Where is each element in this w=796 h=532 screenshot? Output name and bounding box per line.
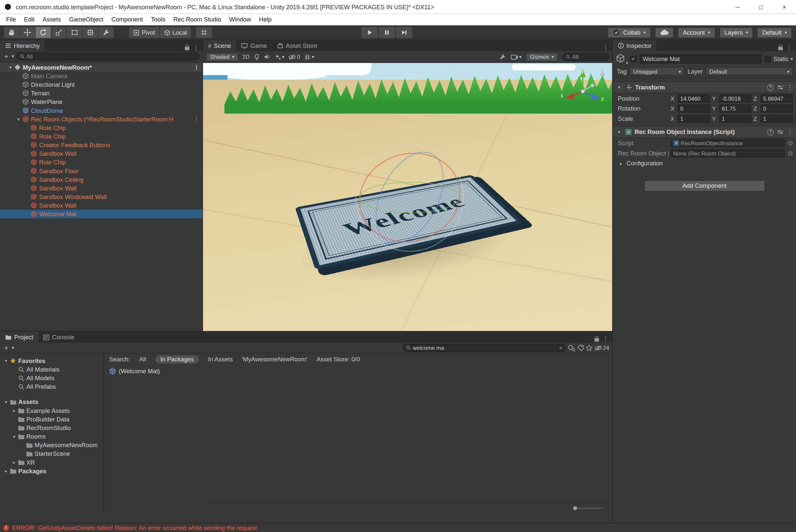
- scene-tools-icon[interactable]: [499, 54, 506, 61]
- project-search-input[interactable]: [413, 345, 557, 351]
- rotation-z-field[interactable]: 0: [761, 104, 793, 113]
- tag-dropdown[interactable]: Untagged▾: [630, 67, 684, 76]
- caret-icon[interactable]: ▾: [11, 434, 17, 439]
- scene-lighting-toggle[interactable]: [253, 54, 259, 60]
- hierarchy-item[interactable]: Sandbox Wall: [0, 184, 203, 192]
- hierarchy-item[interactable]: ▾Rec Room Objects (^RecRoomStudioStarter…: [0, 115, 203, 124]
- chevron-down-icon[interactable]: ▾: [12, 345, 14, 350]
- hierarchy-item[interactable]: Role Chip: [0, 124, 203, 132]
- clear-search-icon[interactable]: ×: [559, 345, 562, 351]
- hierarchy-item[interactable]: Sandbox Floor: [0, 167, 203, 175]
- configuration-foldout[interactable]: ▸ Configuration: [613, 158, 796, 169]
- lock-icon[interactable]: [778, 47, 783, 51]
- foldout-caret-icon[interactable]: ▾: [616, 85, 622, 90]
- menu-edit[interactable]: Edit: [20, 14, 39, 25]
- object-picker-icon[interactable]: ⊙: [788, 150, 793, 157]
- hierarchy-item[interactable]: Main Camera: [0, 72, 203, 80]
- kebab-menu-icon[interactable]: ⋮: [603, 44, 609, 52]
- project-tree-item[interactable]: All Prefabs: [0, 382, 103, 391]
- local-toggle-button[interactable]: Local: [160, 27, 191, 38]
- rotation-gizmo[interactable]: [336, 134, 483, 261]
- search-by-label-icon[interactable]: [577, 345, 584, 351]
- layout-dropdown[interactable]: Default▾: [757, 27, 792, 38]
- lock-icon[interactable]: [594, 338, 599, 342]
- project-tree-item[interactable]: ▸Example Assets: [0, 406, 103, 415]
- collab-button[interactable]: Collab ▾: [608, 27, 651, 38]
- scene-grid-dropdown[interactable]: ▾: [304, 54, 314, 60]
- scene-audio-toggle[interactable]: [264, 54, 270, 60]
- layers-dropdown[interactable]: Layers▾: [719, 27, 753, 38]
- favorites-star-icon[interactable]: [586, 345, 592, 351]
- hierarchy-item[interactable]: Directional Light: [0, 80, 203, 89]
- hand-tool-button[interactable]: [4, 27, 19, 38]
- menu-tools[interactable]: Tools: [147, 14, 169, 25]
- object-name-input[interactable]: [643, 55, 758, 63]
- project-search[interactable]: ×: [402, 344, 566, 352]
- hierarchy-item[interactable]: Welcome Mat: [0, 210, 203, 218]
- caret-icon[interactable]: ▾: [3, 358, 9, 363]
- script-field[interactable]: # RecRoomObjectInstance: [670, 139, 785, 147]
- hierarchy-item[interactable]: CloudDome: [0, 106, 203, 115]
- add-component-button[interactable]: Add Component: [644, 180, 765, 191]
- hierarchy-item[interactable]: Sandbox Wall: [0, 149, 203, 158]
- shading-mode-dropdown[interactable]: Shaded▾: [206, 53, 239, 61]
- hierarchy-item[interactable]: Sandbox Ceiling: [0, 175, 203, 184]
- scope-room[interactable]: 'MyAwesomeNewRoom': [242, 356, 307, 363]
- help-icon[interactable]: ?: [767, 84, 774, 91]
- menu-component[interactable]: Component: [107, 14, 147, 25]
- menu-gameobject[interactable]: GameObject: [65, 14, 107, 25]
- 2d-toggle[interactable]: 2D: [242, 54, 249, 60]
- project-tree-item[interactable]: ▸Packages: [0, 467, 103, 475]
- caret-icon[interactable]: ▾: [3, 399, 9, 404]
- hierarchy-item[interactable]: Role Chip: [0, 132, 203, 140]
- scale-y-field[interactable]: 1: [719, 115, 752, 123]
- pivot-toggle-button[interactable]: Pivot: [129, 27, 159, 38]
- project-tree-item[interactable]: StarterScene: [0, 449, 103, 458]
- slider-knob[interactable]: [573, 506, 577, 510]
- create-button[interactable]: ＋: [3, 343, 10, 353]
- menu-help[interactable]: Help: [255, 14, 276, 25]
- close-button[interactable]: ×: [773, 0, 796, 14]
- cloud-button[interactable]: [655, 27, 674, 38]
- account-dropdown[interactable]: Account▾: [678, 27, 716, 38]
- play-button[interactable]: [361, 27, 378, 38]
- menu-assets[interactable]: Assets: [39, 14, 65, 25]
- rotation-x-field[interactable]: 0: [678, 104, 710, 113]
- help-icon[interactable]: ?: [767, 129, 774, 135]
- scale-z-field[interactable]: 1: [761, 115, 793, 123]
- object-picker-icon[interactable]: ⊙: [788, 139, 793, 147]
- scope-in-assets[interactable]: In Assets: [208, 356, 233, 363]
- kebab-menu-icon[interactable]: ⋮: [787, 128, 793, 136]
- persp-toggle[interactable]: Persp: [560, 114, 581, 120]
- position-x-field[interactable]: 14.0460: [678, 94, 710, 103]
- project-tree-item[interactable]: ▸XR: [0, 458, 103, 467]
- scene-viewport[interactable]: Welcome y x z: [203, 63, 612, 331]
- search-result-item[interactable]: (Welcome Mat): [104, 366, 612, 377]
- caret-icon[interactable]: ▾: [7, 65, 14, 70]
- foldout-caret-icon[interactable]: ▾: [616, 129, 622, 134]
- custom-tool-button[interactable]: [98, 27, 114, 38]
- rotation-y-field[interactable]: 61.75: [719, 104, 752, 113]
- menu-window[interactable]: Window: [225, 14, 255, 25]
- move-tool-button[interactable]: [20, 27, 35, 38]
- caret-icon[interactable]: ▸: [11, 408, 17, 413]
- icon-size-slider[interactable]: [573, 508, 604, 509]
- project-tree-item[interactable]: ▾Assets: [0, 397, 103, 406]
- preset-icon[interactable]: [777, 85, 783, 90]
- project-tree-item[interactable]: ProBuilder Data: [0, 415, 103, 423]
- layer-dropdown[interactable]: Default▾: [706, 67, 793, 76]
- hierarchy-item[interactable]: WaterPlane: [0, 97, 203, 106]
- tab-hierarchy[interactable]: Hierarchy: [0, 40, 45, 52]
- chevron-down-icon[interactable]: ▾: [791, 56, 793, 61]
- preset-icon[interactable]: [777, 129, 783, 134]
- project-tree-item[interactable]: ▾Favorites: [0, 357, 103, 365]
- chevron-down-icon[interactable]: ▾: [12, 54, 14, 59]
- scope-asset-store[interactable]: Asset Store: 0/0: [317, 356, 360, 363]
- hierarchy-item[interactable]: Sandbox Windowed Wall: [0, 192, 203, 201]
- tab-scene[interactable]: # Scene: [203, 40, 236, 52]
- menu-recroom-studio[interactable]: Rec Room Studio: [169, 14, 225, 25]
- position-z-field[interactable]: 5.66947: [761, 94, 793, 103]
- kebab-menu-icon[interactable]: ⋮: [193, 115, 199, 123]
- tab-game[interactable]: Game: [236, 40, 272, 52]
- scale-tool-button[interactable]: [51, 27, 67, 38]
